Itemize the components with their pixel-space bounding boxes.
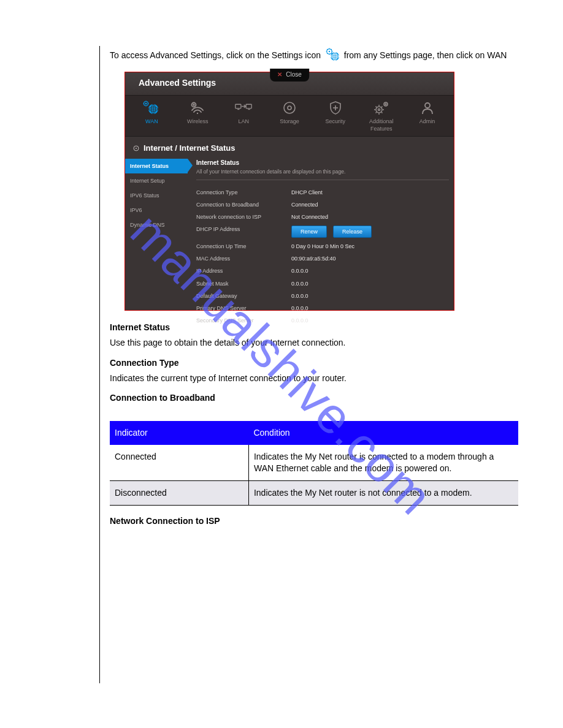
person-icon xyxy=(419,100,436,115)
nav-label: Storage xyxy=(280,118,299,125)
status-row: Connection Up Time0 Day 0 Hour 0 Min 0 S… xyxy=(196,240,449,252)
table-row: Disconnected Indicates the My Net router… xyxy=(110,481,518,506)
row-value: Not Connected xyxy=(291,213,449,221)
th-indicator: Indicator xyxy=(110,421,248,445)
nav-wireless[interactable]: Wireless xyxy=(175,100,221,132)
sub1-body: Indicates the current type of Internet c… xyxy=(110,373,518,384)
nav-admin[interactable]: Admin xyxy=(404,100,450,132)
row-value: 0.0.0.0 xyxy=(291,280,449,287)
svg-point-15 xyxy=(144,101,148,105)
release-button[interactable]: Release xyxy=(333,226,372,238)
row-value: 0.0.0.0 xyxy=(291,267,449,275)
svg-line-46 xyxy=(375,112,377,113)
row-value: RenewRelease xyxy=(291,226,449,238)
svg-point-35 xyxy=(288,106,291,110)
nav-label: Wireless xyxy=(187,118,209,125)
sidebar-item-ipv6-status[interactable]: IPV6 Status xyxy=(125,188,188,203)
nav-lan[interactable]: LAN xyxy=(221,100,267,132)
svg-point-48 xyxy=(384,102,388,106)
row-value: 00:90:a9:a5:5d:40 xyxy=(291,255,449,262)
panel-desc: All of your Internet connection details … xyxy=(196,169,449,180)
status-row: Connection to BroadbandConnected xyxy=(196,199,449,211)
status-row: Primary DNS Server0.0.0.0 xyxy=(196,302,449,314)
status-row: Network connection to ISPNot Connected xyxy=(196,211,449,223)
svg-point-28 xyxy=(197,113,198,114)
vertical-rule xyxy=(99,46,100,683)
svg-point-38 xyxy=(376,107,382,113)
nav-storage[interactable]: Storage xyxy=(267,100,313,132)
renew-button[interactable]: Renew xyxy=(291,226,327,238)
row-value: 0 Day 0 Hour 0 Min 0 Sec xyxy=(291,243,449,250)
close-label: Close xyxy=(286,70,302,79)
gear-small-icon xyxy=(132,145,140,152)
nav-label: LAN xyxy=(238,118,249,125)
row-value: 0.0.0.0 xyxy=(291,305,449,312)
row-label: Connection to Broadband xyxy=(196,201,291,208)
shield-icon xyxy=(327,100,344,115)
status-row: MAC Address00:90:a9:a5:5d:40 xyxy=(196,252,449,265)
svg-point-27 xyxy=(193,104,194,105)
sidebar-item-ipv6[interactable]: IPV6 xyxy=(125,203,188,218)
router-sidebar: Internet Status Internet Setup IPV6 Stat… xyxy=(125,159,188,331)
cell-indicator: Disconnected xyxy=(110,481,248,506)
close-icon: ✕ xyxy=(277,70,282,79)
lan-icon xyxy=(235,100,252,115)
intro-text-2: from any Settings page, then click on WA… xyxy=(344,50,507,60)
svg-point-52 xyxy=(136,148,137,149)
svg-line-47 xyxy=(381,106,383,107)
wifi-icon xyxy=(189,100,206,115)
row-label: DHCP IP Address xyxy=(196,226,291,238)
table-header-row: Indicator Condition xyxy=(110,421,518,445)
row-label: Connection Up Time xyxy=(196,243,291,250)
close-button[interactable]: ✕ Close xyxy=(270,69,309,82)
nav-label: Security xyxy=(326,118,346,125)
th-condition: Condition xyxy=(248,421,518,445)
row-label: Default Gateway xyxy=(196,292,291,300)
svg-line-44 xyxy=(375,106,377,107)
svg-line-8 xyxy=(327,53,327,54)
document-body: Internet Status Use this page to obtain … xyxy=(110,322,518,527)
globe-icon xyxy=(143,100,160,115)
svg-point-34 xyxy=(284,102,295,113)
status-row: IP Address0.0.0.0 xyxy=(196,265,449,277)
status-row: DHCP IP AddressRenewRelease xyxy=(196,223,449,240)
sub3-title: Network Connection to ISP xyxy=(110,515,518,527)
row-label: MAC Address xyxy=(196,255,291,262)
nav-label: WAN xyxy=(145,118,158,125)
svg-point-39 xyxy=(378,108,380,110)
nav-label: Additional Features xyxy=(358,118,404,132)
nav-security[interactable]: Security xyxy=(312,100,358,132)
sidebar-item-internet-setup[interactable]: Internet Setup xyxy=(125,173,188,188)
status-row: Connection TypeDHCP Client xyxy=(196,186,449,199)
intro-text-1: To access Advanced Settings, click on th… xyxy=(110,50,321,60)
nav-additional[interactable]: Additional Features xyxy=(358,100,404,132)
cell-condition: Indicates the My Net router is connected… xyxy=(248,445,518,480)
sidebar-item-internet-status[interactable]: Internet Status xyxy=(125,159,188,173)
row-value: DHCP Client xyxy=(291,189,449,196)
document-content: To access Advanced Settings, click on th… xyxy=(110,48,518,531)
row-label: Subnet Mask xyxy=(196,280,291,287)
svg-line-45 xyxy=(381,112,383,113)
table-row: Connected Indicates the My Net router is… xyxy=(110,445,518,480)
svg-rect-31 xyxy=(246,104,251,108)
svg-line-6 xyxy=(327,49,327,50)
row-label: Network connection to ISP xyxy=(196,213,291,221)
router-page-title: Internet / Internet Status xyxy=(125,137,454,159)
gear-icon xyxy=(373,100,390,115)
svg-point-16 xyxy=(145,103,147,104)
intro-icon-inline xyxy=(324,48,340,64)
sidebar-item-ddns[interactable]: Dynamic DNS xyxy=(125,218,188,232)
svg-point-50 xyxy=(425,103,430,108)
row-label: IP Address xyxy=(196,267,291,275)
nav-wan[interactable]: WAN xyxy=(129,100,175,132)
row-value: 0.0.0.0 xyxy=(291,317,449,324)
section-body: Use this page to obtain the details of y… xyxy=(110,337,518,349)
svg-point-1 xyxy=(329,51,330,52)
router-nav: WAN Wireless LAN Storage xyxy=(125,96,454,137)
row-label: Secondary DNS Server xyxy=(196,317,291,324)
sub1-title: Connection Type xyxy=(110,357,518,369)
router-main-panel: Internet Status All of your Internet con… xyxy=(188,159,454,331)
disc-icon xyxy=(281,100,298,115)
status-row: Secondary DNS Server0.0.0.0 xyxy=(196,314,449,327)
cell-indicator: Connected xyxy=(110,445,248,480)
